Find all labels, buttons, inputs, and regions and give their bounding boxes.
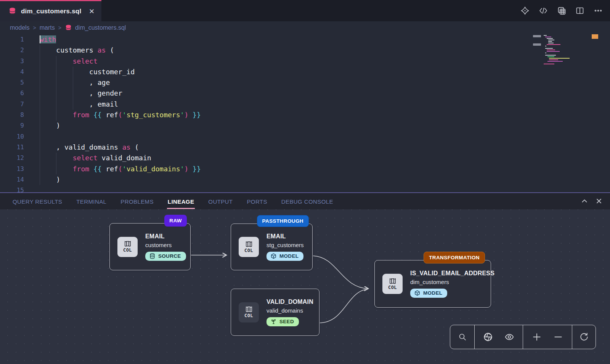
columns-icon <box>245 306 253 312</box>
lineage-toolbar <box>450 325 596 349</box>
code-line: , email <box>40 99 541 110</box>
tab-dim-customers[interactable]: dim_customers.sql ✕ <box>0 0 101 21</box>
code-line: ) <box>40 174 541 185</box>
code-line: , age <box>40 77 541 88</box>
text-cursor <box>40 35 40 43</box>
node-title: VALID_DOMAIN <box>266 299 313 305</box>
column-chip: COL <box>117 237 138 257</box>
seed-badge[interactable]: SEED <box>266 317 299 326</box>
cube-icon <box>271 253 276 259</box>
line-number: 1 <box>0 34 30 45</box>
line-number: 6 <box>0 88 30 99</box>
lineage-canvas[interactable]: RAW COL EMAIL customers SOURCE PAS <box>0 209 610 364</box>
code-line: select <box>40 56 541 67</box>
code-line: customers as ( <box>40 45 541 56</box>
search-icon[interactable] <box>455 329 470 345</box>
node-subtitle: stg_customers <box>266 242 304 248</box>
lineage-node-valid-domains[interactable]: COL VALID_DOMAIN valid_domains SEED <box>231 289 319 336</box>
minimap-code <box>543 34 583 65</box>
tab-close-icon[interactable]: ✕ <box>87 6 96 16</box>
more-actions-icon[interactable] <box>592 4 605 17</box>
panel-tabs: QUERY RESULTSTERMINALPROBLEMSLINEAGEOUTP… <box>13 194 333 208</box>
columns-icon <box>245 241 253 247</box>
node-subtitle: customers <box>145 242 186 248</box>
collapse-panel-icon[interactable] <box>581 198 588 206</box>
panel-tab-problems[interactable]: PROBLEMS <box>120 194 154 208</box>
chip-label: COL <box>244 313 253 318</box>
breadcrumb-file[interactable]: dim_customers.sql <box>65 24 126 32</box>
chip-label: COL <box>123 247 132 253</box>
lineage-node-dim-customers[interactable]: TRANSFORMATION COL IS_VALID_EMAIL_ADDRES… <box>374 260 491 308</box>
code-line <box>40 131 541 142</box>
breadcrumb: models > marts > dim_customers.sql <box>0 21 610 34</box>
minimap[interactable] <box>543 34 583 65</box>
query-results-grid-icon[interactable] <box>555 4 568 17</box>
line-number: 15 <box>0 185 30 192</box>
column-chip: COL <box>382 274 403 294</box>
panel-tab-output[interactable]: OUTPUT <box>208 194 233 208</box>
model-badge-label: MODEL <box>423 290 442 296</box>
model-badge[interactable]: MODEL <box>410 289 447 298</box>
code-line: from {{ ref('stg_customers') }} <box>40 110 541 120</box>
line-numbers: 123456789101112131415 <box>0 34 30 192</box>
breadcrumb-models[interactable]: models <box>10 24 30 31</box>
database-icon <box>8 7 16 15</box>
close-panel-icon[interactable] <box>596 198 602 206</box>
column-chip: COL <box>239 302 259 322</box>
bottom-panel-header: QUERY RESULTSTERMINALPROBLEMSLINEAGEOUTP… <box>0 192 610 209</box>
visibility-eye-icon[interactable] <box>502 329 517 345</box>
chip-label: COL <box>244 248 253 253</box>
line-number: 2 <box>0 45 30 56</box>
code-line: select valid_domain <box>40 153 541 163</box>
passthrough-badge: PASSTHROUGH <box>257 215 309 227</box>
column-chip: COL <box>239 237 259 257</box>
line-number: 13 <box>0 164 30 174</box>
line-number: 3 <box>0 56 30 67</box>
dbt-logo-icon[interactable] <box>518 4 531 17</box>
refresh-icon[interactable] <box>576 329 592 345</box>
model-badge[interactable]: MODEL <box>266 252 303 261</box>
scrollbar-decoration <box>533 43 541 46</box>
source-badge[interactable]: SOURCE <box>145 252 186 261</box>
split-editor-icon[interactable] <box>573 4 586 17</box>
line-number: 12 <box>0 153 30 163</box>
line-number: 11 <box>0 142 30 153</box>
panel-tab-lineage[interactable]: LINEAGE <box>168 194 194 208</box>
aperture-icon[interactable] <box>480 329 496 345</box>
zoom-in-icon[interactable] <box>529 329 544 345</box>
node-subtitle: valid_domains <box>266 307 313 314</box>
code-line: , valid_domains as ( <box>40 142 541 153</box>
seed-badge-label: SEED <box>279 319 294 324</box>
columns-icon <box>389 278 396 284</box>
code-editor[interactable]: 123456789101112131415 with customers as … <box>0 34 610 192</box>
code-line: ) <box>40 120 541 131</box>
line-number: 7 <box>0 99 30 110</box>
lineage-node-customers[interactable]: RAW COL EMAIL customers SOURCE <box>109 223 191 270</box>
breadcrumb-file-label: dim_customers.sql <box>75 24 126 31</box>
panel-tab-debug-console[interactable]: DEBUG CONSOLE <box>281 194 333 208</box>
code-line: from {{ ref('valid_domains') }} <box>40 164 541 174</box>
code-line: with <box>40 34 541 45</box>
database-icon <box>65 24 72 32</box>
seedling-icon <box>271 319 276 324</box>
breadcrumb-separator: > <box>33 25 36 31</box>
code-line <box>40 185 541 192</box>
lineage-node-stg-customers[interactable]: PASSTHROUGH COL EMAIL stg_customers MODE… <box>231 224 313 270</box>
node-title: EMAIL <box>145 233 186 240</box>
breadcrumb-marts[interactable]: marts <box>40 24 55 31</box>
code-line: customer_id <box>40 67 541 77</box>
editor-tab-bar: dim_customers.sql ✕ <box>0 0 610 21</box>
zoom-out-icon[interactable] <box>551 329 566 345</box>
raw-badge: RAW <box>164 215 187 227</box>
source-badge-label: SOURCE <box>158 253 181 259</box>
node-title: IS_VALID_EMAIL_ADDRESS <box>410 270 494 277</box>
panel-tab-terminal[interactable]: TERMINAL <box>76 194 106 208</box>
columns-icon <box>124 241 132 247</box>
compile-code-icon[interactable] <box>537 4 550 17</box>
panel-tab-ports[interactable]: PORTS <box>247 194 267 208</box>
panel-tab-query-results[interactable]: QUERY RESULTS <box>13 194 62 208</box>
line-number: 14 <box>0 174 30 185</box>
code-lines: with customers as ( select customer_id ,… <box>40 34 541 192</box>
node-title: EMAIL <box>266 233 304 240</box>
breadcrumb-separator: > <box>58 25 61 31</box>
